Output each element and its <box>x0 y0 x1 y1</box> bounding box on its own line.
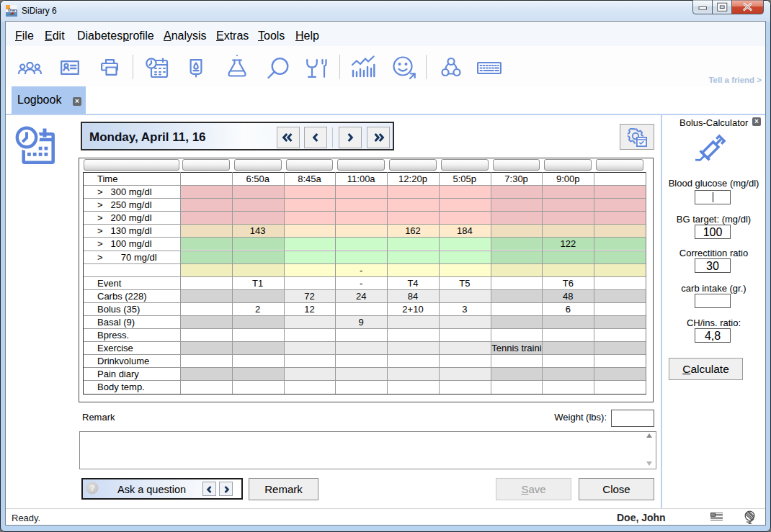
svg-text:Diary: Diary <box>8 8 17 12</box>
svg-text:?: ? <box>90 484 95 492</box>
